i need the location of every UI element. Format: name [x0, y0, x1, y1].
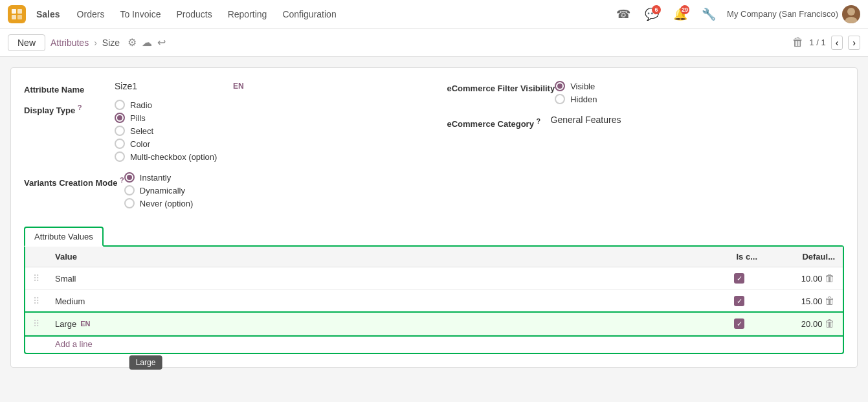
isc-checkbox-large[interactable]: [734, 318, 744, 329]
display-type-help-icon[interactable]: ?: [78, 104, 82, 111]
main-content-area: Attribute Name EN Display Type ? Radio: [10, 67, 858, 368]
display-type-row: Display Type ? Radio Pills: [24, 100, 421, 162]
menu-reporting[interactable]: Reporting: [221, 6, 274, 22]
drag-col-header: [25, 247, 47, 267]
menu-products[interactable]: Products: [170, 6, 218, 22]
large-value-wrapper: Large EN: [55, 319, 706, 329]
attribute-values-table-wrapper: Value Is c... Defaul... ⠿ Small: [24, 245, 844, 354]
attribute-name-label: Attribute Name: [24, 81, 115, 95]
default-cell-large: 20.00 🗑: [765, 313, 843, 335]
attribute-name-value-wrapper: EN: [115, 81, 421, 91]
hidden-radio-circle: [555, 94, 565, 104]
drag-handle-icon[interactable]: ⠿: [33, 296, 39, 306]
discard-icon[interactable]: ↩: [157, 36, 166, 49]
app-logo: [8, 5, 26, 23]
top-navigation: Sales Orders To Invoice Products Reporti…: [0, 0, 868, 28]
display-color-option[interactable]: Color: [115, 139, 421, 149]
isc-cell-medium: [713, 290, 765, 313]
company-selector[interactable]: My Company (San Francisco): [727, 5, 860, 23]
visible-label: Visible: [570, 82, 595, 91]
tabs-bar-wrapper: Attribute Values: [24, 227, 844, 245]
variants-instantly-option[interactable]: Instantly: [124, 172, 421, 183]
next-record-button[interactable]: ›: [848, 36, 860, 50]
pills-radio-circle: [115, 113, 125, 123]
table-row-active: ⠿ Large EN: [25, 313, 843, 335]
add-line-row: Add a line Large: [25, 335, 843, 353]
breadcrumb-bar: New Attributes › Size ⚙ ☁ ↩ 🗑 1 / 1 ‹ ›: [0, 28, 868, 57]
display-type-options: Radio Pills Select Color: [115, 100, 421, 162]
isc-checkbox-small[interactable]: [734, 273, 744, 284]
record-counter: 1 / 1: [809, 38, 825, 47]
drag-handle-icon-large[interactable]: ⠿: [33, 318, 39, 329]
delete-record-button[interactable]: 🗑: [792, 36, 804, 49]
tab-attribute-values[interactable]: Attribute Values: [24, 227, 104, 247]
ecommerce-category-value: General Features: [551, 115, 845, 125]
svg-rect-0: [12, 9, 16, 14]
large-lang-badge[interactable]: EN: [80, 320, 90, 328]
delete-large-button[interactable]: 🗑: [825, 318, 835, 329]
variants-creation-row: Variants Creation Mode ? Instantly Dynam…: [24, 172, 421, 208]
activity-badge: 29: [680, 5, 689, 14]
isc-cell-small: [713, 267, 765, 290]
record-position: 1 / 1: [809, 38, 825, 47]
value-cell-small[interactable]: Small: [47, 267, 713, 290]
company-name: My Company (San Francisco): [727, 9, 838, 19]
pills-label: Pills: [130, 113, 146, 123]
select-label: Select: [130, 126, 153, 136]
isc-checkbox-medium[interactable]: [734, 296, 744, 306]
delete-medium-button[interactable]: 🗑: [825, 295, 835, 307]
svg-point-4: [847, 8, 855, 16]
settings-icon-btn[interactable]: 🔧: [698, 4, 719, 25]
visibility-hidden-option[interactable]: Hidden: [555, 94, 844, 104]
table-header-row: Value Is c... Defaul...: [25, 247, 843, 267]
visibility-visible-option[interactable]: Visible: [555, 81, 844, 91]
cloud-save-icon[interactable]: ☁: [142, 36, 152, 49]
color-label: Color: [130, 139, 150, 149]
display-type-radio-group: Radio Pills Select Color: [115, 100, 421, 162]
attribute-name-input[interactable]: [115, 81, 228, 91]
breadcrumb-action-icons: ⚙ ☁ ↩: [128, 36, 166, 49]
activity-icon-btn[interactable]: 🔔 29: [670, 4, 691, 25]
add-line-cell: Add a line Large: [47, 335, 843, 353]
attribute-name-row: Attribute Name EN: [24, 81, 421, 95]
menu-configuration[interactable]: Configuration: [276, 6, 342, 22]
lang-badge[interactable]: EN: [233, 82, 244, 91]
isc-col-header: Is c...: [713, 247, 765, 267]
delete-small-button[interactable]: 🗑: [825, 273, 835, 284]
gear-icon[interactable]: ⚙: [128, 36, 137, 49]
variants-help-icon[interactable]: ?: [120, 176, 124, 184]
drag-handle-cell: ⠿: [25, 290, 47, 313]
nav-right-section: ☎ 💬 6 🔔 29 🔧 My Company (San Francisco): [613, 4, 860, 25]
ecommerce-filter-label: eCommerce Filter Visibility: [447, 81, 555, 93]
ecommerce-category-help-icon[interactable]: ?: [537, 117, 541, 125]
menu-orders[interactable]: Orders: [71, 6, 111, 22]
instantly-radio-circle: [124, 172, 135, 183]
chat-icon-btn[interactable]: 💬 6: [641, 4, 662, 25]
prev-record-button[interactable]: ‹: [831, 36, 843, 50]
display-type-label: Display Type ?: [24, 100, 115, 115]
record-navigation: 🗑 1 / 1 ‹ ›: [792, 36, 860, 50]
add-line-button[interactable]: Add a line: [55, 339, 93, 349]
display-pills-option[interactable]: Pills: [115, 113, 421, 123]
display-multi-option[interactable]: Multi-checkbox (option): [115, 151, 421, 162]
new-button[interactable]: New: [8, 34, 45, 51]
breadcrumb-attributes-link[interactable]: Attributes: [50, 38, 89, 48]
hidden-label: Hidden: [570, 95, 597, 104]
app-name: Sales: [36, 9, 60, 19]
variants-options: Instantly Dynamically Never (option): [124, 172, 421, 208]
variants-never-option[interactable]: Never (option): [124, 198, 421, 208]
never-label: Never (option): [140, 199, 193, 208]
value-cell-large[interactable]: Large EN: [47, 313, 713, 335]
drag-handle-icon[interactable]: ⠿: [33, 273, 39, 284]
variants-dynamically-option[interactable]: Dynamically: [124, 185, 421, 195]
drag-handle-cell: ⠿: [25, 267, 47, 290]
display-select-option[interactable]: Select: [115, 126, 421, 136]
menu-to-invoice[interactable]: To Invoice: [113, 6, 167, 22]
display-radio-option[interactable]: Radio: [115, 100, 421, 110]
chat-badge: 6: [652, 5, 661, 14]
form-right-column: eCommerce Filter Visibility Visible Hidd…: [447, 81, 845, 214]
phone-icon-btn[interactable]: ☎: [613, 4, 634, 25]
value-cell-medium[interactable]: Medium: [47, 290, 713, 313]
large-tooltip: Large: [129, 355, 162, 370]
never-radio-circle: [124, 198, 135, 208]
